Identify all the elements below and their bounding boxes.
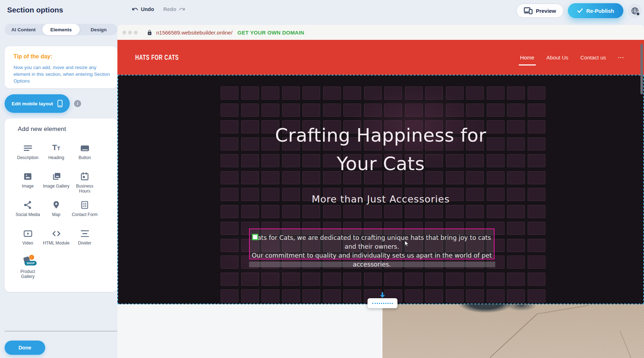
undo-label: Undo <box>141 6 154 12</box>
sidebar: AI Content Elements Design Tip of the da… <box>0 21 125 358</box>
undo-icon <box>132 6 138 12</box>
add-element-video[interactable]: Video <box>14 226 42 254</box>
add-element-contact-form[interactable]: Contact Form <box>70 198 99 226</box>
add-element-divider[interactable]: Divider <box>70 226 99 254</box>
element-label: Button <box>79 155 91 160</box>
browser-dot <box>122 31 126 35</box>
pavement-photo <box>382 304 644 358</box>
resize-arrow-down-icon <box>380 292 385 298</box>
element-label: Business Hours <box>70 184 99 194</box>
hero-body-line: Hats for Cats, we are dedicated to craft… <box>250 233 494 251</box>
site-url[interactable]: n1566589.websitebuilder.online/ <box>156 30 232 36</box>
tab-design[interactable]: Design <box>80 24 117 35</box>
done-button[interactable]: Done <box>5 341 45 355</box>
product-gallery-icon: ↑ SHOP <box>21 257 34 267</box>
cat-shadow <box>382 304 644 358</box>
button-icon <box>80 143 90 153</box>
info-icon[interactable]: i <box>74 100 81 107</box>
site-header: HATS FOR CATS Home About Us Contact us ·… <box>117 40 644 75</box>
edit-mobile-label: Edit mobile layout <box>12 101 53 106</box>
code-icon <box>52 228 61 239</box>
element-label: Map <box>52 212 60 217</box>
nav-contact-us[interactable]: Contact us <box>580 54 606 60</box>
scrollbar-thumb[interactable] <box>640 44 643 94</box>
panel-tabs: AI Content Elements Design <box>5 24 117 35</box>
add-element-html-module[interactable]: HTML Module <box>42 226 70 254</box>
nav-home[interactable]: Home <box>520 54 534 60</box>
page-title: Section options <box>7 6 63 14</box>
hero-subheading[interactable]: More than Just Accessories <box>118 194 643 205</box>
sidebar-divider <box>5 331 120 331</box>
hero-section-selected[interactable]: Crafting Happiness for Your Cats More th… <box>117 75 644 304</box>
undo-redo-group: Undo Redo <box>132 6 185 12</box>
element-label: Image Gallery <box>43 184 70 189</box>
get-domain-link[interactable]: GET YOUR OWN DOMAIN <box>237 30 304 36</box>
shop-badge: SHOP <box>25 261 37 265</box>
selected-text-element[interactable]: Hats for Cats, we are dedicated to craft… <box>249 228 495 259</box>
element-label: Video <box>22 241 33 246</box>
add-element-business-hours[interactable]: Business Hours <box>70 169 99 198</box>
divider-icon <box>80 228 90 239</box>
map-pin-icon <box>52 200 61 210</box>
add-element-panel: Add new element Description TT Heading <box>5 119 117 292</box>
heading-icon: TT <box>52 143 60 153</box>
element-label: Image <box>22 184 33 189</box>
image-gallery-icon <box>52 171 61 182</box>
business-hours-icon <box>80 171 89 182</box>
section-options-editor: Section options Undo Redo <box>0 0 644 358</box>
element-label: HTML Module <box>43 241 70 246</box>
element-label: Contact Form <box>72 212 98 217</box>
element-drag-handle[interactable] <box>252 234 258 240</box>
language-globe-button[interactable] <box>628 4 642 18</box>
lock-icon <box>147 30 152 36</box>
topbar-actions: Preview Re-Publish <box>516 3 642 18</box>
add-element-image[interactable]: Image <box>14 169 42 198</box>
add-element-product-gallery[interactable]: ↑ SHOP Product Gallery <box>14 254 42 283</box>
preview-label: Preview <box>536 8 556 14</box>
nav-about-us[interactable]: About Us <box>547 54 569 60</box>
republish-button[interactable]: Re-Publish <box>568 3 623 18</box>
phone-icon <box>57 100 63 107</box>
description-icon <box>23 143 33 153</box>
undo-button[interactable]: Undo <box>132 6 154 12</box>
resize-dotted-line <box>372 303 393 304</box>
element-label: Heading <box>48 155 64 160</box>
republish-label: Re-Publish <box>586 8 614 14</box>
site-canvas: n1566589.websitebuilder.online/ GET YOUR… <box>117 25 644 358</box>
tip-title: Tip of the day: <box>14 53 52 60</box>
edit-mobile-layout-button[interactable]: Edit mobile layout <box>5 94 70 113</box>
redo-button[interactable]: Redo <box>163 6 185 12</box>
add-element-description[interactable]: Description <box>14 141 42 169</box>
add-element-social-media[interactable]: Social Media <box>14 198 42 226</box>
hero-body-line: Our commitment to quality and individual… <box>250 251 494 269</box>
add-element-map[interactable]: Map <box>42 198 70 226</box>
tip-of-the-day-card: Tip of the day: Now you can add, move an… <box>5 46 117 88</box>
browser-dots <box>122 31 138 35</box>
add-element-image-gallery[interactable]: Image Gallery <box>42 169 70 198</box>
element-label: Product Gallery <box>14 269 42 279</box>
upgrade-badge-icon: ↑ <box>29 255 34 260</box>
tip-body: Now you can add, move and resize any ele… <box>14 64 110 84</box>
tab-elements[interactable]: Elements <box>42 24 80 35</box>
add-element-title: Add new element <box>18 126 66 133</box>
social-media-icon <box>23 200 32 210</box>
mouse-cursor <box>405 241 409 247</box>
next-section[interactable] <box>117 304 644 358</box>
site-logo[interactable]: HATS FOR CATS <box>135 53 179 62</box>
next-section-blank <box>117 304 382 358</box>
section-resize-handle[interactable] <box>368 298 397 308</box>
check-icon <box>577 8 583 13</box>
add-element-button[interactable]: Button <box>70 141 99 169</box>
nav-more-icon[interactable]: ··· <box>618 54 624 60</box>
add-element-heading[interactable]: TT Heading <box>42 141 70 169</box>
redo-label: Redo <box>163 6 176 12</box>
preview-button[interactable]: Preview <box>516 4 564 18</box>
topbar: Section options Undo Redo <box>0 0 644 21</box>
devices-icon <box>524 7 533 14</box>
image-icon <box>23 171 32 182</box>
add-element-grid: Description TT Heading Button Ima <box>14 141 99 283</box>
tab-ai-content[interactable]: AI Content <box>5 24 42 35</box>
element-label: Divider <box>78 241 91 246</box>
hero-heading[interactable]: Crafting Happiness for Your Cats <box>256 121 505 178</box>
site-nav: Home About Us Contact us ··· <box>520 40 624 75</box>
